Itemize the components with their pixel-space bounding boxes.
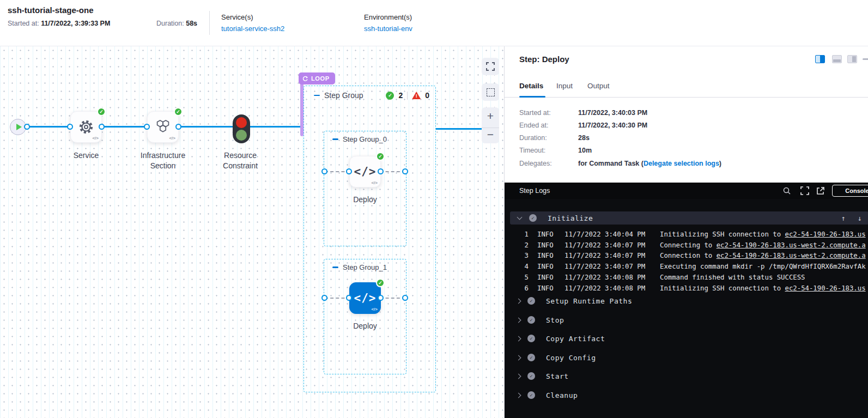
edge-connector[interactable] [402,168,408,174]
edge-connector[interactable] [378,295,384,301]
log-host-link[interactable]: ec2-54-190-26-183.us [785,231,866,238]
detail-value: 28s [578,134,590,142]
log-level: INFO [537,231,554,238]
collapse-minus-icon[interactable] [314,95,320,96]
log-group-setup-runtime-paths[interactable]: ✓ Setup Runtime Paths 1 [510,294,868,307]
edge-connector[interactable] [346,168,352,174]
step-logs-section: Step Logs Console View [505,183,868,418]
delegate-selection-logs-link[interactable]: Delegate selection logs [644,160,719,167]
log-group-initialize[interactable]: ✓ Initialize ↑ ↓ 6 [510,211,868,225]
edge-connector[interactable] [175,124,181,130]
log-line: 5 INFO 11/7/2022 3:40:08 PM Command fini… [505,274,868,284]
fullscreen-canvas-button[interactable] [482,58,499,75]
log-message: Executing command mkdir -p /tmp/QWrdHfIQ… [660,263,866,270]
log-group-start[interactable]: ✓ Start 1 [510,369,868,383]
expand-logs-icon[interactable] [800,186,809,195]
chevron-right-icon[interactable] [516,392,521,398]
edge-connector[interactable] [321,168,327,174]
node-label-resource-constraint: Resource Constraint [210,150,270,171]
node-infrastructure[interactable]: ✓ </> [147,111,179,143]
log-group-copy-config[interactable]: ✓ Copy Config 4 [510,351,868,364]
edge-connector[interactable] [144,124,150,130]
detail-label: Delegates: [519,160,578,167]
search-icon[interactable] [782,186,791,195]
environments-label: Environment(s) [364,13,412,21]
step-logs-toolbar: Step Logs Console View [505,183,868,199]
minimize-icon[interactable] [863,58,868,60]
log-group-name: Cleanup [546,391,578,399]
edge-connector[interactable] [346,295,352,301]
chevron-right-icon[interactable] [516,298,521,304]
log-host-link[interactable]: ec2-54-190-26-183.us [785,284,866,292]
environment-link[interactable]: ssh-tutorial-env [364,25,412,33]
log-group-cleanup[interactable]: ✓ Cleanup 1 [510,389,868,402]
line-number: 4 [520,263,529,270]
chevron-right-icon[interactable] [516,355,521,360]
started-value: 11/7/2022, 3:39:33 PM [41,20,110,27]
layout-bottom-view-button[interactable] [832,55,842,63]
play-icon [16,124,22,130]
delegates-post: ) [719,160,721,167]
loop-icon [302,76,308,82]
collapse-minus-icon[interactable] [332,266,338,268]
step-group-1-header[interactable]: Step Group_1 [332,263,387,271]
node-label-deploy-1: Deploy [332,321,398,331]
layout-split-view-button[interactable] [815,55,825,63]
log-group-stop[interactable]: ✓ Stop 1 [510,313,868,326]
stage-duration: Duration: 58s [156,20,197,27]
detail-row-delegates: Delegates:for Command Task (Delegate sel… [519,160,857,167]
step-group-0-header[interactable]: Step Group_0 [332,135,387,143]
edge-connector[interactable] [67,124,73,130]
count-divider [407,92,408,100]
chevron-right-icon[interactable] [516,317,521,323]
step-group-0-box[interactable] [324,131,406,246]
chevron-down-icon[interactable] [517,215,523,220]
log-line: 3 INFO 11/7/2022 3:40:07 PM Connection t… [505,252,868,263]
step-group-1-label: Step Group_1 [343,263,387,271]
line-number: 1 [520,231,529,238]
layout-right-view-button[interactable] [847,55,857,63]
log-group-name: Copy Config [546,354,596,362]
tab-output[interactable]: Output [587,82,610,90]
log-message: Connecting to [660,241,717,249]
success-check-icon: ✓ [97,107,106,116]
step-group-header[interactable]: Step Group ✓ 2 0 [314,91,429,100]
console-view-button[interactable]: Console View [832,185,868,197]
step-group-label: Step Group [324,91,363,100]
tab-input[interactable]: Input [556,82,573,90]
detail-value: 11/7/2022, 3:40:03 PM [578,109,647,117]
edge-connector[interactable] [378,168,384,174]
marquee-select-button[interactable] [482,83,499,101]
scroll-down-icon[interactable]: ↓ [858,214,862,222]
log-level: INFO [537,252,554,259]
services-label: Service(s) [221,13,253,21]
tab-details[interactable]: Details [519,82,543,90]
node-resource-constraint[interactable] [233,114,250,143]
zoom-in-button[interactable]: + [487,110,494,123]
node-service[interactable]: ✓ </> [70,111,102,143]
log-group-copy-artifact[interactable]: ✓ Copy Artifact 6 [510,332,868,345]
open-external-icon[interactable] [816,186,825,195]
edge-connector[interactable] [24,124,30,130]
log-group-name: Start [546,372,569,380]
log-level: INFO [537,274,554,281]
chevron-right-icon[interactable] [516,336,521,341]
node-deploy-0[interactable]: ✓ </> </> [349,156,381,187]
pipeline-graph-canvas[interactable]: ✓ </> Service ✓ </> Infrastructure Secti… [0,46,504,418]
log-line: 6 INFO 11/7/2022 3:40:08 PM Initializing… [505,284,868,295]
edge-connector[interactable] [321,295,327,301]
node-deploy-1-selected[interactable]: ✓ </> </> [349,282,381,314]
zoom-out-button[interactable]: − [482,128,499,141]
log-host-link[interactable]: ec2-54-190-26-183.us-west-2.compute.a [717,241,866,249]
stage-name: ssh-tutorial-stage-one [8,5,94,15]
chevron-right-icon[interactable] [516,373,521,379]
edge-connector[interactable] [402,295,408,301]
panel-title: Step: Deploy [519,54,569,64]
line-number: 3 [520,252,529,259]
service-link[interactable]: tutorial-service-ssh2 [221,25,284,33]
edge-connector[interactable] [99,124,105,130]
step-group-1-box[interactable] [324,259,406,374]
log-host-link[interactable]: ec2-54-190-26-183.us-west-2.compute.a [717,252,866,259]
collapse-minus-icon[interactable] [332,138,338,140]
scroll-up-icon[interactable]: ↑ [841,214,846,222]
